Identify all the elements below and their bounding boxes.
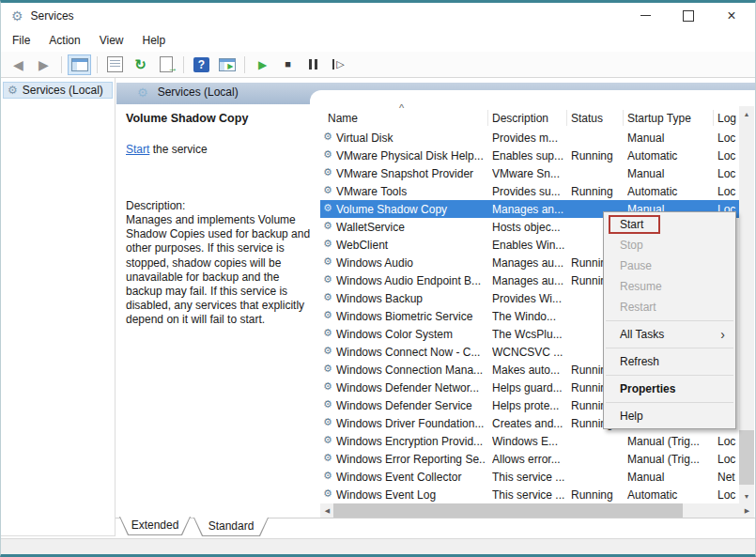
properties-icon[interactable] — [103, 54, 127, 75]
column-header-description[interactable]: Description — [492, 112, 548, 125]
menu-view[interactable]: View — [90, 30, 133, 51]
column-header-status[interactable]: Status — [571, 112, 603, 125]
horizontal-scrollbar-thumb[interactable] — [333, 503, 683, 518]
window-title: Services — [31, 9, 74, 23]
service-gear-icon: ⚙ — [323, 434, 332, 446]
menu-item-label: Properties — [620, 382, 675, 395]
scroll-right-icon[interactable]: ▶ — [740, 503, 754, 518]
header-title: Services (Local) — [158, 85, 239, 99]
service-description: Manages au... — [492, 274, 567, 287]
service-row[interactable]: ⚙Windows Event CollectorThis service ...… — [320, 468, 739, 486]
services-gear-icon: ⚙ — [11, 9, 23, 23]
context-menu-item-restart: Restart — [604, 297, 735, 317]
context-menu-item-refresh[interactable]: Refresh — [604, 351, 735, 372]
service-row[interactable]: ⚙Virtual DiskProvides m...ManualLoc — [320, 129, 739, 147]
back-icon[interactable]: ◀ — [7, 54, 30, 75]
service-gear-icon: ⚙ — [323, 184, 332, 196]
service-startup-type: Manual — [627, 471, 714, 484]
service-description: VMware Sn... — [492, 167, 567, 180]
export-list-icon[interactable]: → — [154, 54, 177, 75]
service-row[interactable]: ⚙Windows Encryption Provid...Windows E..… — [320, 432, 739, 450]
header-title-row: ⚙ Services (Local) — [137, 85, 239, 99]
menu-action[interactable]: Action — [39, 30, 89, 51]
context-menu-item-resume: Resume — [604, 276, 735, 297]
maximize-button[interactable] — [667, 3, 710, 28]
column-divider — [566, 110, 567, 126]
service-description: Allows error... — [492, 453, 567, 466]
stop-service-icon[interactable]: ■ — [276, 54, 300, 75]
service-name: Windows Audio — [336, 256, 486, 270]
scroll-down-icon[interactable]: ▼ — [739, 488, 754, 503]
service-description: WCNCSVC ... — [492, 346, 567, 359]
vertical-scrollbar[interactable]: ▲ ▼ — [739, 106, 754, 503]
menu-bar: FileActionViewHelp — [1, 28, 755, 53]
start-service-link[interactable]: Start — [126, 143, 149, 156]
service-description: Helps guard... — [492, 381, 567, 395]
vertical-scrollbar-thumb[interactable] — [739, 430, 754, 485]
service-row[interactable]: ⚙Windows Error Reporting Se...Allows err… — [320, 450, 739, 468]
service-description: This service ... — [492, 471, 567, 484]
service-description: Windows E... — [492, 435, 567, 448]
context-menu-item-properties[interactable]: Properties — [604, 379, 735, 399]
service-description: Manages an... — [492, 203, 567, 216]
tree-item-services-local[interactable]: ⚙ Services (Local) — [3, 82, 113, 99]
context-menu-item-help[interactable]: Help — [604, 406, 735, 426]
show-console-tree-icon[interactable] — [68, 54, 91, 75]
service-row[interactable]: ⚙VMware ToolsProvides su...RunningAutoma… — [320, 182, 739, 200]
scroll-up-icon[interactable]: ▲ — [739, 106, 754, 121]
service-gear-icon: ⚙ — [323, 487, 332, 500]
pause-service-icon[interactable] — [301, 54, 325, 75]
service-gear-icon: ⚙ — [323, 220, 332, 232]
service-startup-type: Automatic — [627, 149, 714, 162]
service-log-on-as: Loc — [717, 132, 739, 145]
help-icon[interactable]: ? — [190, 54, 213, 75]
service-name: Volume Shadow Copy — [336, 203, 486, 216]
service-name: Virtual Disk — [336, 132, 486, 145]
tab-extended[interactable]: Extended — [119, 517, 191, 535]
service-description: The WcsPlu... — [492, 328, 567, 341]
service-name: Windows Event Log — [336, 488, 486, 502]
context-menu-item-start[interactable]: Start — [604, 214, 735, 235]
show-action-pane-icon[interactable]: ▶ — [215, 54, 239, 75]
service-name: Windows Audio Endpoint B... — [336, 274, 486, 287]
service-description: Creates and... — [492, 417, 567, 430]
menu-help[interactable]: Help — [133, 30, 176, 51]
start-service-icon[interactable]: ▶ — [251, 54, 274, 75]
service-gear-icon: ⚙ — [323, 202, 332, 214]
menu-item-label: Pause — [620, 259, 652, 272]
service-description: Provides Wi... — [492, 292, 567, 305]
column-divider — [487, 110, 488, 126]
service-startup-type: Manual — [627, 167, 714, 180]
service-row[interactable]: ⚙Windows Event LogThis service ...Runnin… — [320, 486, 739, 503]
service-description: Provides m... — [492, 132, 567, 145]
service-row[interactable]: ⚙VMware Physical Disk Help...Enables sup… — [320, 147, 739, 164]
service-action-line: Start the service — [126, 143, 208, 156]
toolbar-separator — [97, 56, 98, 73]
service-log-on-as: Net — [717, 471, 739, 484]
menu-separator — [606, 348, 733, 348]
service-name: Windows Defender Service — [336, 399, 486, 412]
minimize-button[interactable] — [624, 3, 667, 28]
service-description: Hosts objec... — [492, 221, 567, 234]
horizontal-scrollbar[interactable]: ◀ ▶ — [320, 503, 754, 518]
menu-item-label: Resume — [620, 280, 662, 293]
window-controls: × — [624, 3, 753, 28]
scroll-left-icon[interactable]: ◀ — [320, 503, 334, 518]
column-header-name[interactable]: Name — [328, 112, 358, 125]
close-button[interactable]: × — [710, 3, 753, 28]
service-name: Windows Driver Foundation... — [336, 417, 486, 430]
menu-file[interactable]: File — [3, 30, 39, 51]
services-window: ⚙ Services × FileActionViewHelp ◀▶↻→?▶▶■… — [0, 0, 756, 557]
service-description: Enables Win... — [492, 239, 567, 252]
tab-standard[interactable]: Standard — [193, 518, 269, 536]
context-menu-item-all-tasks[interactable]: All Tasks› — [604, 324, 735, 345]
forward-icon[interactable]: ▶ — [32, 54, 55, 75]
service-description: Provides su... — [492, 185, 567, 198]
list-column-headers: ^ NameDescriptionStatusStartup TypeLog — [320, 106, 739, 129]
refresh-icon[interactable]: ↻ — [129, 54, 152, 75]
column-header-log[interactable]: Log — [717, 112, 736, 125]
column-header-startup-type[interactable]: Startup Type — [627, 112, 691, 125]
console-tree-panel: ⚙ Services (Local) — [1, 78, 116, 536]
restart-service-icon[interactable]: ▷ — [327, 54, 350, 75]
service-row[interactable]: ⚙VMware Snapshot ProviderVMware Sn...Man… — [320, 164, 739, 182]
